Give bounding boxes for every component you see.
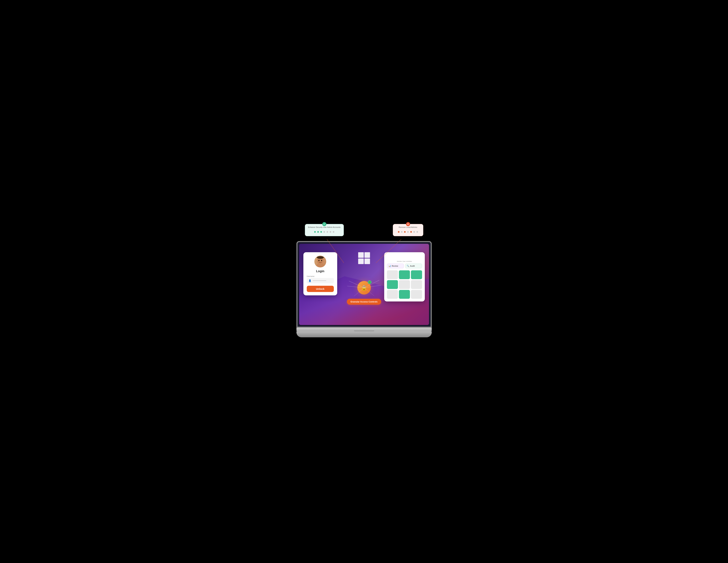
person-icon: ● (407, 229, 409, 234)
windows-logo (358, 252, 370, 264)
login-card: Login Username 👤 Unlock (303, 252, 337, 296)
svg-point-7 (317, 256, 324, 259)
win-square-bl (358, 258, 364, 264)
username-label: Username (307, 275, 315, 277)
monitor-user-activities-label: Monitor User Activities (387, 260, 422, 262)
laptop: Login Username 👤 Unlock (296, 241, 432, 337)
audit-label: Audit (410, 265, 415, 267)
svg-line-8 (347, 286, 364, 288)
enhance-security-callout: ✓ Enhance Security over Admin Accounts ●… (305, 224, 344, 236)
app-tile-4[interactable] (387, 280, 398, 289)
user-icon: 👤 (308, 279, 311, 282)
person-icon: ● (404, 229, 406, 234)
people-row-left: ● ● ● ● ● ● ● (308, 229, 341, 234)
laptop-screen: Login Username 👤 Unlock (299, 244, 429, 325)
svg-point-4 (318, 260, 319, 261)
green-check-badge: ✓ (322, 222, 326, 226)
person-icon: ● (401, 229, 403, 234)
person-icon: ● (323, 229, 325, 234)
app-tile-3[interactable] (411, 270, 422, 279)
app-tile-7[interactable] (387, 290, 398, 299)
center-lock-area: 🔒 🌿 (357, 281, 371, 295)
login-title: Login (316, 269, 324, 273)
laptop-screen-wrapper: Login Username 👤 Unlock (296, 241, 432, 328)
svg-line-12 (354, 288, 364, 296)
app-tile-5[interactable] (399, 280, 410, 289)
app-grid (387, 270, 422, 299)
app-tile-1[interactable] (387, 270, 398, 279)
red-x-badge: ✕ (406, 222, 410, 226)
person-icon: ● (413, 229, 415, 234)
callout-right-title: Remove Local Admins (396, 226, 420, 228)
person-icon: ● (398, 229, 400, 234)
app-tile-2[interactable] (399, 270, 410, 279)
input-placeholder-line (313, 280, 326, 281)
bar-chart-icon: 📊 (388, 265, 391, 267)
remove-admins-callout: ✕ Remove Local Admins ● ● ● ● ● ● ● (393, 224, 423, 236)
audit-icon: 🔍 (407, 265, 409, 267)
person-icon: ● (410, 229, 412, 234)
people-row-right: ● ● ● ● ● ● ● (396, 229, 420, 234)
win-square-tl (358, 252, 364, 258)
callout-left-title: Enhance Security over Admin Accounts (308, 226, 341, 228)
app-tile-8[interactable] (399, 290, 410, 299)
review-audit-row: 📊 Review 🔍 Audit (387, 263, 422, 268)
win-square-br (364, 258, 370, 264)
person-icon: ● (416, 229, 418, 234)
person-icon: ● (320, 229, 322, 234)
username-input-field[interactable]: 👤 (307, 278, 334, 284)
avatar (314, 255, 326, 267)
svg-point-5 (321, 260, 322, 261)
audit-button[interactable]: 🔍 Audit (405, 263, 422, 268)
applications-panel: Your Applications Monitor User Activitie… (384, 252, 425, 302)
person-icon: ● (317, 229, 319, 234)
unlock-button[interactable]: Unlock (307, 286, 334, 292)
rays-svg (347, 277, 381, 298)
your-apps-label: Your Applications (387, 255, 422, 259)
person-icon: ● (314, 229, 316, 234)
svg-point-3 (316, 263, 325, 267)
laptop-base (296, 328, 432, 332)
person-icon: ● (332, 229, 335, 234)
laptop-bottom (296, 332, 432, 337)
svg-line-9 (349, 281, 364, 288)
granular-access-button[interactable]: Granular Access Controls (347, 299, 381, 305)
review-label: Review (392, 265, 398, 267)
person-icon: ● (326, 229, 328, 234)
win-square-tr (364, 252, 370, 258)
svg-line-13 (364, 288, 374, 296)
scene: ✓ Enhance Security over Admin Accounts ●… (288, 222, 440, 341)
review-button[interactable]: 📊 Review (387, 263, 404, 268)
app-tile-9[interactable] (411, 290, 422, 299)
person-icon: ● (329, 229, 331, 234)
app-tile-6[interactable] (411, 280, 422, 289)
